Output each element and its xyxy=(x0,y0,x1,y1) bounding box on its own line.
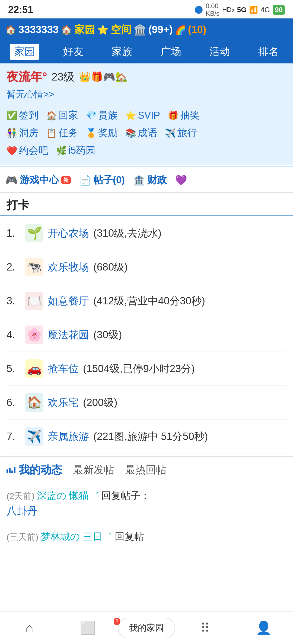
banner-username[interactable]: 3333333 xyxy=(18,24,59,36)
activity-tab-hot[interactable]: 最热回帖 xyxy=(125,463,166,477)
game-name-4[interactable]: 魔法花园 xyxy=(48,328,89,342)
activity-tab-new[interactable]: 最新发帖 xyxy=(73,463,114,477)
profile-name[interactable]: 夜流年° xyxy=(7,69,47,85)
tabs-nav-icon: ⬜ xyxy=(80,620,96,636)
game-name-1[interactable]: 开心农场 xyxy=(48,226,89,240)
activity-tab-my-label: 我的动态 xyxy=(19,462,62,477)
game-item-1[interactable]: 1. 🌱 开心农场 (310级,去浇水) xyxy=(7,216,286,250)
game-name-2[interactable]: 欢乐牧场 xyxy=(48,260,89,274)
checkin-label: 签到 xyxy=(19,109,39,122)
feature-game-center[interactable]: 🎮 游戏中心 新 xyxy=(5,173,71,187)
quick-task[interactable]: 📋 任务 xyxy=(46,126,78,140)
tab-family[interactable]: 家族 xyxy=(107,44,137,60)
game-info-4: (30级) xyxy=(93,328,122,342)
quick-noble[interactable]: 💎 贵族 xyxy=(86,109,118,122)
bottom-nav-home[interactable]: ⌂ xyxy=(0,620,59,635)
bluetooth-icon: 🔵 xyxy=(194,6,203,14)
network-5g: 5G xyxy=(237,6,247,14)
home-nav-icon: ⌂ xyxy=(26,620,33,635)
new-badge: 新 xyxy=(61,176,71,184)
activity-meta-1: (2天前) 深蓝の 懒猫゛ 回复帖子： xyxy=(7,489,286,503)
posts-icon: 📄 xyxy=(79,175,91,186)
game-icon-2: 🐄 xyxy=(25,258,43,276)
activity-time-2: (三天前) xyxy=(7,532,38,542)
extra-icon[interactable]: 💜 xyxy=(175,175,187,186)
tab-activity[interactable]: 活动 xyxy=(205,44,234,60)
finance-label: 财政 xyxy=(147,173,167,187)
svip-icon: ⭐ xyxy=(125,110,136,121)
game-item-2[interactable]: 2. 🐄 欢乐牧场 (680级) xyxy=(7,250,286,284)
quick-reward[interactable]: 🏅 奖励 xyxy=(86,126,118,140)
tab-rank[interactable]: 排名 xyxy=(254,44,283,60)
banner-color-icon: 🌈 xyxy=(175,25,186,35)
game-item-5[interactable]: 5. 🚗 抢车位 (1504级,已停9小时23分) xyxy=(7,352,286,386)
banner-home-label[interactable]: 家园 xyxy=(74,23,95,37)
quick-home[interactable]: 🏠 回家 xyxy=(46,109,78,122)
quick-checkin[interactable]: ✅ 签到 xyxy=(7,109,39,122)
game-item-4[interactable]: 4. 🌸 魔法花园 (30级) xyxy=(7,318,286,352)
home-label: 回家 xyxy=(59,109,78,122)
mood-text[interactable]: 暂无心情>> xyxy=(7,88,286,101)
quick-idiom[interactable]: 📚 成语 xyxy=(125,126,157,140)
activity-item-2[interactable]: (三天前) 梦林城の 三日゛ 回复帖 xyxy=(0,524,293,551)
hd-label: HD₂ xyxy=(222,6,234,14)
tab-friends[interactable]: 好友 xyxy=(59,44,88,60)
game-info-1: (310级,去浇水) xyxy=(93,226,161,240)
quick-lottery[interactable]: 🎁 抽奖 xyxy=(168,109,200,122)
game-item-6[interactable]: 6. 🏠 欢乐宅 (200级) xyxy=(7,386,286,420)
idiom-label: 成语 xyxy=(138,126,157,140)
center-button[interactable]: 我的家园 xyxy=(118,618,175,638)
game-name-3[interactable]: 如意餐厅 xyxy=(48,294,89,308)
bottom-nav-center[interactable]: 我的家园 xyxy=(117,618,176,638)
tab-home[interactable]: 家园 xyxy=(10,44,39,60)
activity-content-1[interactable]: 八卦丹 xyxy=(7,504,286,518)
feature-finance[interactable]: 🏦 财政 xyxy=(133,173,167,187)
quick-date[interactable]: ❤️ 约会吧 xyxy=(7,144,48,157)
divider-1 xyxy=(0,166,293,167)
activity-time-1: (2天前) xyxy=(7,491,34,501)
bottom-nav-profile[interactable]: 👤 xyxy=(234,620,293,636)
game-item-7[interactable]: 7. ✈️ 亲属旅游 (221图,旅游中 51分50秒) xyxy=(7,420,286,453)
idiom-icon: 📚 xyxy=(125,128,136,138)
activity-tab-hot-label: 最热回帖 xyxy=(125,464,166,475)
game-num-2: 2. xyxy=(7,261,21,273)
reward-label: 奖励 xyxy=(98,126,118,140)
game-info-2: (680级) xyxy=(93,260,128,274)
game-item-3[interactable]: 3. 🍽️ 如意餐厅 (412级,营业中40分30秒) xyxy=(7,284,286,318)
signal-bars: 📶 xyxy=(249,6,258,14)
top-banner[interactable]: 🏠 3333333 🏠 家园 ⭐ 空间 🏛️ (99+) 🌈 (10) xyxy=(0,18,293,41)
banner-space-label[interactable]: 空间 xyxy=(111,23,131,37)
game-info-5: (1504级,已停9小时23分) xyxy=(83,362,195,376)
bridal-icon: 👫 xyxy=(7,128,17,138)
game-list: 1. 🌱 开心农场 (310级,去浇水) 2. 🐄 欢乐牧场 (680级) 3.… xyxy=(0,216,293,453)
activity-user-2[interactable]: 梦林城の 三日゛ xyxy=(41,531,112,542)
travel-label: 旅行 xyxy=(177,126,197,140)
nav-tabs: 家园 好友 家族 广场 活动 排名 xyxy=(0,41,293,63)
banner-city-count[interactable]: (99+) xyxy=(148,24,173,36)
lottery-label: 抽奖 xyxy=(180,109,200,122)
home-icon: 🏠 xyxy=(46,110,57,121)
battery-level: 90 xyxy=(273,5,285,15)
lottery-icon: 🎁 xyxy=(168,110,179,121)
bottom-nav-apps[interactable]: ⠿ xyxy=(176,620,234,636)
quick-pharmacy[interactable]: 🌿 i5药园 xyxy=(56,144,95,157)
profile-section: 夜流年° 23级 👑🎁🎮🏡 暂无心情>> xyxy=(0,63,293,105)
quick-svip[interactable]: ⭐ SVIP xyxy=(125,110,160,121)
quick-bridal[interactable]: 👫 洞房 xyxy=(7,126,39,140)
data-speed: 0.00KB/s xyxy=(206,2,219,17)
quick-travel[interactable]: ✈️ 旅行 xyxy=(165,126,197,140)
game-icon-5: 🚗 xyxy=(25,359,43,378)
activity-action-1: 回复帖子： xyxy=(101,490,150,501)
bottom-nav-tabs[interactable]: ⬜ 2 xyxy=(59,620,117,636)
tab-square[interactable]: 广场 xyxy=(156,44,186,60)
activity-tab-my[interactable]: 我的动态 xyxy=(7,462,62,477)
game-num-3: 3. xyxy=(7,295,21,307)
bar-chart-icon xyxy=(7,467,15,473)
feature-posts[interactable]: 📄 帖子(0) xyxy=(79,173,125,187)
activity-item-1[interactable]: (2天前) 深蓝の 懒猫゛ 回复帖子： 八卦丹 xyxy=(0,483,293,524)
game-name-6[interactable]: 欢乐宅 xyxy=(48,396,79,410)
banner-orange-count[interactable]: (10) xyxy=(188,24,206,36)
game-name-5[interactable]: 抢车位 xyxy=(48,362,79,376)
game-name-7[interactable]: 亲属旅游 xyxy=(48,430,89,443)
activity-user-1[interactable]: 深蓝の 懒猫゛ xyxy=(37,490,99,501)
